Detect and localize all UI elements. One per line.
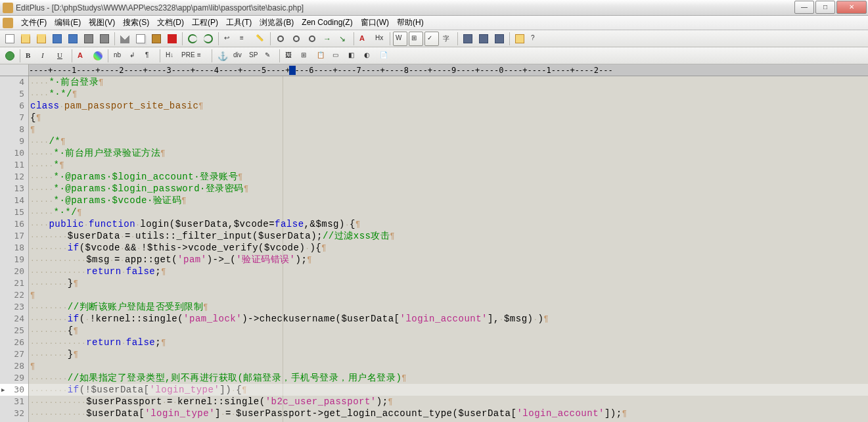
- line-number[interactable]: 21: [0, 277, 28, 289]
- line-number[interactable]: 28: [0, 360, 28, 372]
- menu-5[interactable]: 工程(P): [188, 16, 222, 28]
- span-icon[interactable]: SP: [246, 49, 261, 63]
- column-icon[interactable]: ⊞: [409, 32, 423, 46]
- line-number[interactable]: 7: [0, 112, 28, 124]
- code-line[interactable]: ············$userData['login_type']·=·$u…: [30, 408, 868, 419]
- object-icon[interactable]: ◧: [346, 49, 360, 63]
- code-line[interactable]: ········//判断该账户登陆是否受到限制¶: [30, 301, 868, 313]
- word-wrap-icon[interactable]: ↩: [221, 32, 236, 46]
- line-number[interactable]: 26: [0, 337, 28, 348]
- line-number[interactable]: 18: [0, 242, 28, 254]
- print-icon[interactable]: [81, 32, 96, 46]
- open-icon[interactable]: [18, 32, 33, 46]
- close-button[interactable]: ✕: [836, 1, 867, 14]
- code-line[interactable]: ·····*·@params·$login_password·登录密码¶: [30, 183, 868, 195]
- line-number[interactable]: 25: [0, 325, 28, 337]
- img-icon[interactable]: 🖼: [283, 49, 297, 63]
- line-number[interactable]: 22: [0, 289, 28, 301]
- code-line[interactable]: ¶: [30, 360, 868, 372]
- line-number[interactable]: 20: [0, 266, 28, 277]
- line-number[interactable]: 23: [0, 301, 28, 313]
- cut-icon[interactable]: [118, 32, 132, 46]
- line-number[interactable]: 16: [0, 218, 28, 230]
- undo-icon[interactable]: [185, 32, 200, 46]
- code-line[interactable]: ············return·false;¶: [30, 266, 868, 277]
- new-icon[interactable]: [3, 32, 17, 46]
- goto-icon[interactable]: →: [321, 32, 335, 46]
- code-line[interactable]: ····/*¶: [30, 135, 868, 147]
- code-editor[interactable]: ····*·前台登录¶····*·*/¶class·pam_passport_s…: [29, 76, 868, 422]
- line-number[interactable]: 8: [0, 124, 28, 135]
- open-remote-icon[interactable]: [34, 32, 49, 46]
- copy-icon[interactable]: [133, 32, 148, 46]
- css-icon[interactable]: ◐: [361, 49, 376, 63]
- line-number[interactable]: 29: [0, 372, 28, 384]
- line-number[interactable]: 19: [0, 254, 28, 266]
- comment-icon[interactable]: ✎: [262, 49, 277, 63]
- code-line[interactable]: ····*·*/¶: [30, 88, 868, 100]
- save-all-icon[interactable]: [66, 32, 80, 46]
- line-number[interactable]: 14: [0, 195, 28, 206]
- code-line[interactable]: ·····*·@params·$login_account·登录账号¶: [30, 171, 868, 183]
- spell-icon[interactable]: ✓: [424, 32, 439, 46]
- help-icon[interactable]: ?: [528, 32, 543, 46]
- line-number-gutter[interactable]: 4567891011121314151617181920212223242526…: [0, 76, 29, 422]
- italic-icon[interactable]: I: [39, 49, 53, 63]
- redo-icon[interactable]: [201, 32, 216, 46]
- menu-9[interactable]: 窗口(W): [357, 16, 393, 28]
- line-number[interactable]: 13: [0, 183, 28, 195]
- globe-icon[interactable]: [3, 49, 17, 63]
- code-line[interactable]: ········{¶: [30, 325, 868, 337]
- code-line[interactable]: ····public·function·login($userData,$vco…: [30, 218, 868, 230]
- code-line[interactable]: ·····*·*/¶: [30, 206, 868, 218]
- code-line[interactable]: ····*·前台登录¶: [30, 76, 868, 88]
- code-line[interactable]: ········if($vcode·&&·!$this->vcode_verif…: [30, 242, 868, 254]
- bold-icon[interactable]: B: [23, 49, 37, 63]
- browser3-icon[interactable]: [492, 32, 507, 46]
- code-line[interactable]: ·····*·@params·$vcode·验证码¶: [30, 195, 868, 206]
- menu-3[interactable]: 搜索(S): [119, 16, 153, 28]
- code-line[interactable]: ·····*·前台用户登录验证方法¶: [30, 147, 868, 159]
- palette-icon[interactable]: [91, 49, 105, 63]
- line-number-icon[interactable]: ≡: [237, 32, 252, 46]
- underline-icon[interactable]: U: [55, 49, 69, 63]
- line-number[interactable]: 15: [0, 206, 28, 218]
- code-line[interactable]: ········if(·!kernel::single('pam_lock')-…: [30, 313, 868, 325]
- delete-icon[interactable]: [165, 32, 179, 46]
- code-line[interactable]: ············$msg·=·app::get('pam')->_('验…: [30, 254, 868, 266]
- line-number[interactable]: 6: [0, 100, 28, 112]
- ruler-icon[interactable]: 📏: [253, 32, 267, 46]
- replace-icon[interactable]: [289, 32, 304, 46]
- menu-7[interactable]: 浏览器(B): [256, 16, 298, 28]
- find-icon[interactable]: [273, 32, 288, 46]
- browser2-icon[interactable]: [476, 32, 491, 46]
- wordwrap-toggle-icon[interactable]: W: [393, 32, 407, 46]
- line-number[interactable]: 32: [0, 408, 28, 419]
- bookmark-icon[interactable]: ↘: [336, 32, 351, 46]
- line-number[interactable]: 12: [0, 171, 28, 183]
- heading-icon[interactable]: H↓: [163, 49, 177, 63]
- code-line[interactable]: ············$userPassport·=·kernel::sing…: [30, 396, 868, 408]
- save-icon[interactable]: [50, 32, 64, 46]
- break-icon[interactable]: ↲: [127, 49, 141, 63]
- menu-8[interactable]: Zen Coding(Z): [298, 16, 356, 28]
- minimize-button[interactable]: —: [794, 1, 814, 14]
- code-line[interactable]: ········if(!$userData['login_type'])·{¶: [30, 384, 868, 396]
- browser1-icon[interactable]: [461, 32, 475, 46]
- code-line[interactable]: {¶: [30, 112, 868, 124]
- menu-0[interactable]: 文件(F): [17, 16, 51, 28]
- line-number[interactable]: 4: [0, 76, 28, 88]
- anchor-icon[interactable]: ⚓: [215, 49, 229, 63]
- div-icon[interactable]: div: [231, 49, 245, 63]
- line-number[interactable]: 27: [0, 348, 28, 360]
- table-icon[interactable]: ⊞: [298, 49, 313, 63]
- print-preview-icon[interactable]: [97, 32, 112, 46]
- code-line[interactable]: class·pam_passport_site_basic¶: [30, 100, 868, 112]
- menu-1[interactable]: 编辑(E): [51, 16, 85, 28]
- form-icon[interactable]: 📋: [314, 49, 329, 63]
- line-number[interactable]: 17: [0, 230, 28, 242]
- find-files-icon[interactable]: [305, 32, 319, 46]
- frame-icon[interactable]: ▭: [330, 49, 344, 63]
- menu-2[interactable]: 视图(V): [85, 16, 119, 28]
- terminal-icon[interactable]: [513, 32, 527, 46]
